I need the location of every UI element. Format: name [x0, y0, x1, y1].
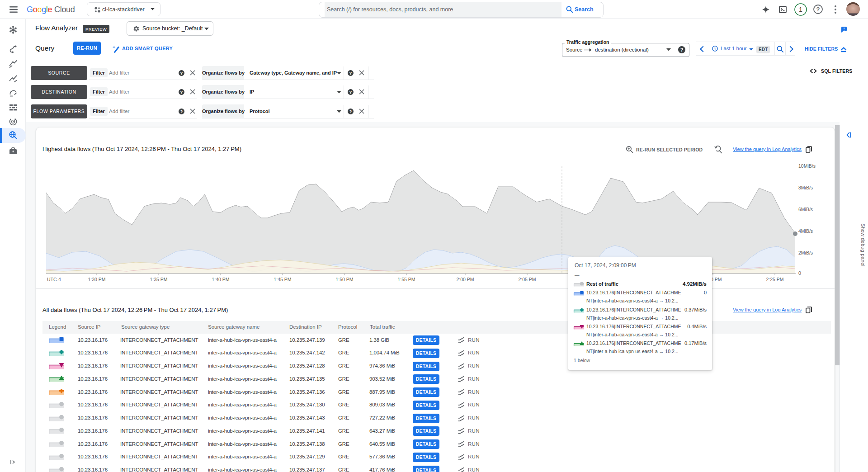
svg-text:1:35 PM: 1:35 PM	[150, 277, 167, 282]
svg-text:2:00 PM: 2:00 PM	[456, 277, 474, 282]
svg-text:0: 0	[798, 270, 801, 276]
svg-text:?: ?	[180, 109, 183, 114]
svg-text:?: ?	[349, 90, 352, 94]
svg-text:1:45 PM: 1:45 PM	[274, 277, 291, 282]
svg-text:1:40 PM: 1:40 PM	[212, 277, 229, 282]
svg-text:UTC-4: UTC-4	[47, 277, 61, 282]
svg-text:1:50 PM: 1:50 PM	[335, 277, 353, 282]
svg-text:?: ?	[349, 71, 352, 76]
svg-text:2:25 PM: 2:25 PM	[766, 277, 783, 282]
svg-text:?: ?	[180, 90, 183, 94]
svg-text:8MiB/s: 8MiB/s	[798, 185, 813, 190]
svg-text:?: ?	[680, 47, 684, 52]
svg-text:1: 1	[799, 6, 802, 13]
svg-text:6MiB/s: 6MiB/s	[798, 207, 813, 212]
svg-text:?: ?	[816, 6, 820, 13]
svg-text:?: ?	[180, 71, 183, 76]
svg-text:2MiB/s: 2MiB/s	[798, 250, 813, 255]
svg-text:4MiB/s: 4MiB/s	[798, 228, 813, 234]
svg-text:1:30 PM: 1:30 PM	[88, 277, 105, 282]
svg-text:?: ?	[349, 109, 352, 114]
svg-text:1:55 PM: 1:55 PM	[397, 277, 415, 282]
svg-text:2:05 PM: 2:05 PM	[518, 277, 536, 282]
svg-text:10MiB/s: 10MiB/s	[798, 163, 816, 169]
